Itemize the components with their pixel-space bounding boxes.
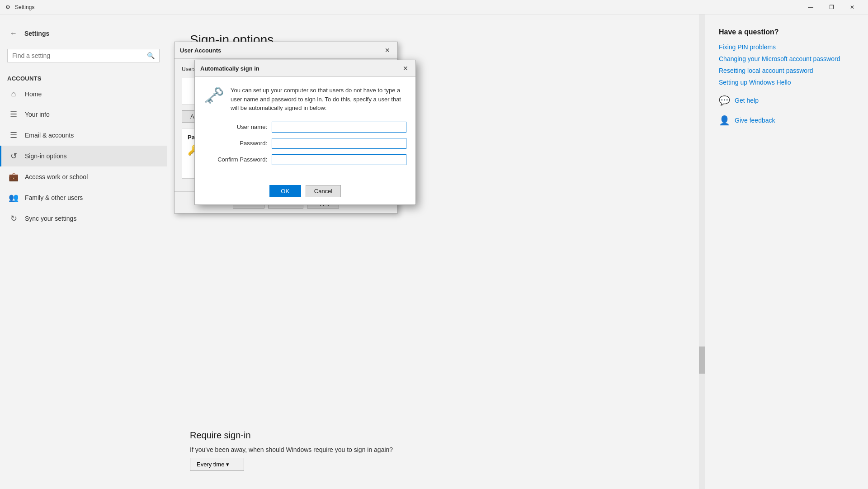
get-help-action: 💬 Get help — [719, 95, 854, 106]
search-input[interactable] — [12, 52, 143, 59]
username-input[interactable] — [272, 122, 406, 133]
feedback-action: 👤 Give feedback — [719, 115, 854, 126]
confirm-password-label: Confirm Password: — [204, 156, 267, 163]
family-icon: 👥 — [9, 193, 19, 203]
accounts-section-label: Accounts — [0, 71, 167, 84]
auto-signin-title: Automatically sign in — [200, 65, 259, 72]
auto-signin-desc: You can set up your computer so that use… — [231, 86, 406, 113]
auto-signin-close-button[interactable]: ✕ — [401, 64, 410, 73]
username-label: User name: — [204, 123, 267, 130]
auto-signin-info: 🗝️ You can set up your computer so that … — [204, 86, 406, 113]
sidebar: ← Settings 🔍 Accounts ⌂ Home ☰ Your info… — [0, 14, 167, 489]
sidebar-item-label-sync: Sync your settings — [25, 215, 76, 222]
sidebar-item-access[interactable]: 💼 Access work or school — [0, 166, 167, 187]
search-container: 🔍 — [0, 45, 167, 66]
sidebar-item-family[interactable]: 👥 Family & other users — [0, 187, 167, 208]
require-signin-dropdown[interactable]: Every time ▾ — [190, 458, 244, 471]
feedback-link[interactable]: Give feedback — [735, 117, 775, 124]
get-help-link[interactable]: Get help — [735, 97, 759, 104]
search-icon: 🔍 — [147, 52, 155, 59]
main-content: Sign-in options User Accounts ✕ Users of… — [167, 14, 705, 489]
auto-signin-footer: OK Cancel — [195, 180, 415, 204]
auto-signin-ok-button[interactable]: OK — [269, 185, 301, 197]
password-input[interactable] — [272, 138, 406, 149]
require-signin-section: Require sign-in If you've been away, whe… — [190, 430, 696, 471]
access-icon: 💼 — [9, 172, 19, 182]
email-icon: ☰ — [9, 130, 19, 140]
app-body: ← Settings 🔍 Accounts ⌂ Home ☰ Your info… — [0, 14, 868, 489]
password-row: Password: — [204, 138, 406, 149]
auto-signin-dialog: Automatically sign in ✕ 🗝️ You can set u… — [194, 60, 416, 205]
get-help-icon: 💬 — [719, 95, 730, 106]
sidebar-item-home[interactable]: ⌂ Home — [0, 84, 167, 104]
title-bar-left: ⚙ Settings — [5, 4, 34, 10]
require-signin-desc: If you've been away, when should Windows… — [190, 446, 696, 453]
feedback-icon: 👤 — [719, 115, 730, 126]
reset-local-link[interactable]: Resetting local account password — [719, 67, 854, 74]
sidebar-item-label-your-info: Your info — [25, 111, 50, 118]
user-accounts-titlebar: User Accounts ✕ — [175, 42, 397, 59]
signin-icon: ↺ — [9, 151, 19, 161]
title-bar: ⚙ Settings — ❐ ✕ — [0, 0, 868, 14]
sidebar-item-label-access: Access work or school — [25, 173, 88, 180]
confirm-password-input[interactable] — [272, 154, 406, 165]
sidebar-item-label-email: Email & accounts — [25, 132, 74, 139]
require-signin-title: Require sign-in — [190, 430, 696, 441]
user-accounts-close-button[interactable]: ✕ — [383, 46, 392, 55]
back-button[interactable]: ← — [7, 27, 20, 40]
key-icon: 🗝️ — [204, 86, 224, 105]
search-box: 🔍 — [7, 49, 160, 62]
windows-hello-link[interactable]: Setting up Windows Hello — [719, 79, 854, 86]
username-row: User name: — [204, 122, 406, 133]
sidebar-item-your-info[interactable]: ☰ Your info — [0, 104, 167, 125]
window-title: Settings — [15, 4, 34, 10]
sidebar-nav-top: ← Settings — [0, 24, 167, 43]
close-button[interactable]: ✕ — [842, 0, 863, 14]
sidebar-item-label-family: Family & other users — [25, 194, 83, 201]
fixing-pin-link[interactable]: Fixing PIN problems — [719, 43, 854, 51]
scrollbar[interactable] — [699, 14, 705, 489]
auto-signin-body: 🗝️ You can set up your computer so that … — [195, 77, 415, 180]
home-icon: ⌂ — [9, 89, 19, 99]
title-bar-controls: — ❐ ✕ — [800, 0, 863, 14]
your-info-icon: ☰ — [9, 109, 19, 119]
right-panel-title: Have a question? — [719, 28, 854, 36]
user-accounts-title: User Accounts — [180, 47, 221, 54]
restore-button[interactable]: ❐ — [821, 0, 842, 14]
sidebar-app-title: Settings — [24, 30, 49, 37]
sidebar-item-signin[interactable]: ↺ Sign-in options — [0, 146, 167, 166]
right-panel: Have a question? Fixing PIN problems Cha… — [705, 14, 868, 489]
auto-signin-titlebar: Automatically sign in ✕ — [195, 60, 415, 77]
auto-signin-cancel-button[interactable]: Cancel — [306, 185, 341, 197]
minimize-button[interactable]: — — [800, 0, 821, 14]
sidebar-item-email[interactable]: ☰ Email & accounts — [0, 125, 167, 146]
sync-icon: ↻ — [9, 214, 19, 223]
confirm-password-row: Confirm Password: — [204, 154, 406, 165]
password-label: Password: — [204, 140, 267, 147]
sidebar-item-label-signin: Sign-in options — [25, 152, 67, 160]
sidebar-item-label-home: Home — [25, 90, 42, 98]
change-ms-link[interactable]: Changing your Microsoft account password — [719, 55, 854, 62]
app-icon: ⚙ — [5, 4, 10, 10]
sidebar-item-sync[interactable]: ↻ Sync your settings — [0, 208, 167, 229]
scroll-thumb[interactable] — [699, 347, 705, 374]
